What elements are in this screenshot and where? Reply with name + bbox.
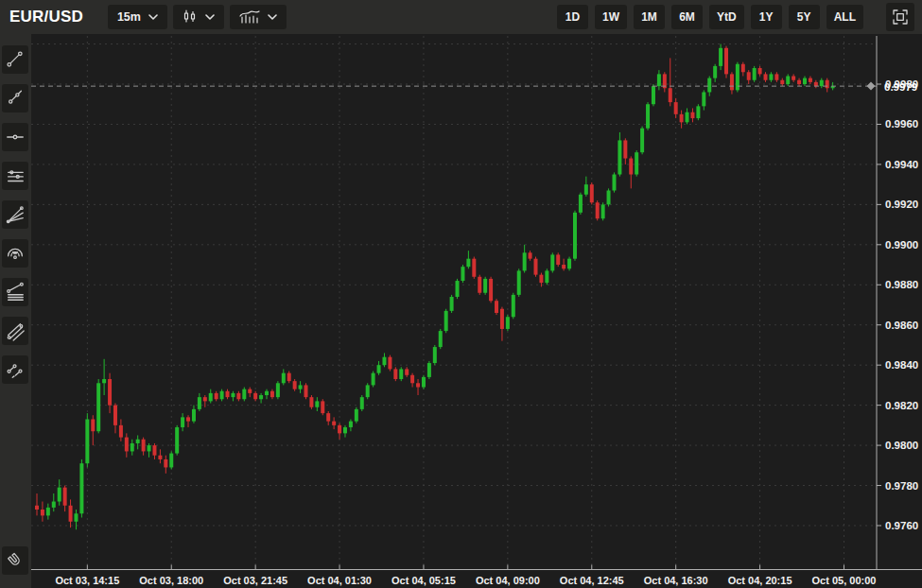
svg-text:0.9800: 0.9800 bbox=[885, 440, 918, 451]
fullscreen-icon bbox=[893, 9, 908, 25]
svg-text:0.9820: 0.9820 bbox=[885, 400, 918, 411]
ray-line-icon bbox=[5, 88, 26, 109]
trend-line-icon bbox=[5, 49, 26, 70]
tool-fib-retracement-button[interactable] bbox=[2, 278, 28, 306]
range-button-1w[interactable]: 1W bbox=[595, 5, 627, 29]
trend-segments-icon bbox=[5, 359, 26, 380]
svg-text:0.9860: 0.9860 bbox=[885, 320, 918, 331]
svg-text:0.9760: 0.9760 bbox=[885, 520, 918, 531]
svg-text:Oct 04, 05:15: Oct 04, 05:15 bbox=[391, 575, 456, 586]
price-marker-diamond bbox=[867, 82, 876, 91]
interval-label: 15m bbox=[117, 10, 141, 24]
tool-fib-arcs-button[interactable] bbox=[2, 239, 28, 268]
fib-retracement-icon bbox=[5, 282, 26, 303]
svg-text:0.9960: 0.9960 bbox=[885, 118, 918, 130]
grid-layer bbox=[31, 36, 877, 570]
last-price-line bbox=[31, 82, 877, 91]
svg-text:Oct 03, 14:15: Oct 03, 14:15 bbox=[55, 575, 119, 586]
range-button-ytd[interactable]: YtD bbox=[709, 5, 744, 29]
time-axis[interactable]: Oct 03, 14:15Oct 03, 18:00Oct 03, 21:45O… bbox=[31, 565, 922, 586]
svg-text:0.9920: 0.9920 bbox=[885, 199, 918, 210]
svg-text:Oct 03, 21:45: Oct 03, 21:45 bbox=[223, 575, 287, 586]
chevron-down-icon bbox=[205, 14, 215, 20]
chart-type-dropdown[interactable] bbox=[173, 5, 224, 29]
range-button-1m[interactable]: 1M bbox=[634, 5, 665, 29]
magnet-icon bbox=[5, 550, 26, 571]
symbol-title: EUR/USD bbox=[9, 8, 83, 26]
chevron-down-icon bbox=[148, 14, 158, 20]
range-button-5y[interactable]: 5Y bbox=[789, 5, 820, 29]
tool-parallel-lines-button[interactable] bbox=[2, 162, 28, 190]
toolbar: EUR/USD 15m bbox=[0, 0, 922, 34]
svg-text:Oct 04, 20:15: Oct 04, 20:15 bbox=[728, 575, 792, 586]
drawing-toolbar bbox=[0, 34, 31, 588]
svg-text:0.9840: 0.9840 bbox=[885, 359, 918, 371]
svg-text:Oct 03, 18:00: Oct 03, 18:00 bbox=[139, 575, 203, 586]
tool-fan-lines-button[interactable] bbox=[2, 200, 28, 229]
range-button-all[interactable]: ALL bbox=[826, 5, 863, 29]
range-selector: 1D 1W 1M 6M YtD 1Y 5Y ALL bbox=[557, 5, 863, 29]
range-button-6m[interactable]: 6M bbox=[671, 5, 703, 29]
svg-text:0.9900: 0.9900 bbox=[885, 239, 918, 251]
candlestick-icon bbox=[183, 9, 198, 25]
trading-chart-app: EUR/USD 15m bbox=[0, 0, 922, 588]
candlestick-chart[interactable]: 0.99800.99600.99400.99200.99000.98800.98… bbox=[31, 34, 922, 588]
range-button-1d[interactable]: 1D bbox=[557, 5, 588, 29]
svg-text:Oct 04, 16:30: Oct 04, 16:30 bbox=[644, 575, 708, 586]
tool-parallel-channel-button[interactable] bbox=[2, 317, 28, 345]
svg-text:0.9940: 0.9940 bbox=[885, 159, 918, 170]
horizontal-line-icon bbox=[5, 127, 26, 147]
indicator-dropdown[interactable] bbox=[230, 5, 287, 29]
price-axis[interactable]: 0.99800.99600.99400.99200.99000.98800.98… bbox=[877, 36, 918, 570]
tool-ray-line-button[interactable] bbox=[2, 84, 28, 112]
fib-arcs-icon bbox=[5, 243, 26, 264]
svg-text:Oct 05, 00:00: Oct 05, 00:00 bbox=[812, 575, 877, 586]
parallel-channel-icon bbox=[5, 320, 26, 341]
tool-trend-segments-button[interactable] bbox=[2, 355, 28, 384]
tool-trend-line-button[interactable] bbox=[2, 45, 28, 74]
last-price-label: 0.9979 bbox=[884, 81, 917, 93]
chart-area: 0.99800.99600.99400.99200.99000.98800.98… bbox=[31, 34, 922, 588]
candles-layer bbox=[35, 44, 835, 530]
fan-lines-icon bbox=[5, 204, 26, 225]
svg-text:0.9880: 0.9880 bbox=[885, 279, 918, 290]
svg-text:Oct 04, 01:30: Oct 04, 01:30 bbox=[307, 575, 372, 586]
area-bars-icon bbox=[239, 9, 260, 25]
interval-dropdown[interactable]: 15m bbox=[108, 5, 167, 29]
svg-text:0.9780: 0.9780 bbox=[885, 480, 918, 492]
tool-horizontal-line-button[interactable] bbox=[2, 123, 28, 151]
svg-text:Oct 04, 12:45: Oct 04, 12:45 bbox=[560, 575, 624, 586]
range-button-1y[interactable]: 1Y bbox=[751, 5, 782, 29]
chevron-down-icon bbox=[268, 14, 277, 20]
svg-text:Oct 04, 09:00: Oct 04, 09:00 bbox=[476, 575, 540, 586]
tool-magnet-button[interactable] bbox=[2, 546, 28, 575]
parallel-lines-icon bbox=[5, 165, 26, 186]
fullscreen-button[interactable] bbox=[886, 3, 914, 31]
